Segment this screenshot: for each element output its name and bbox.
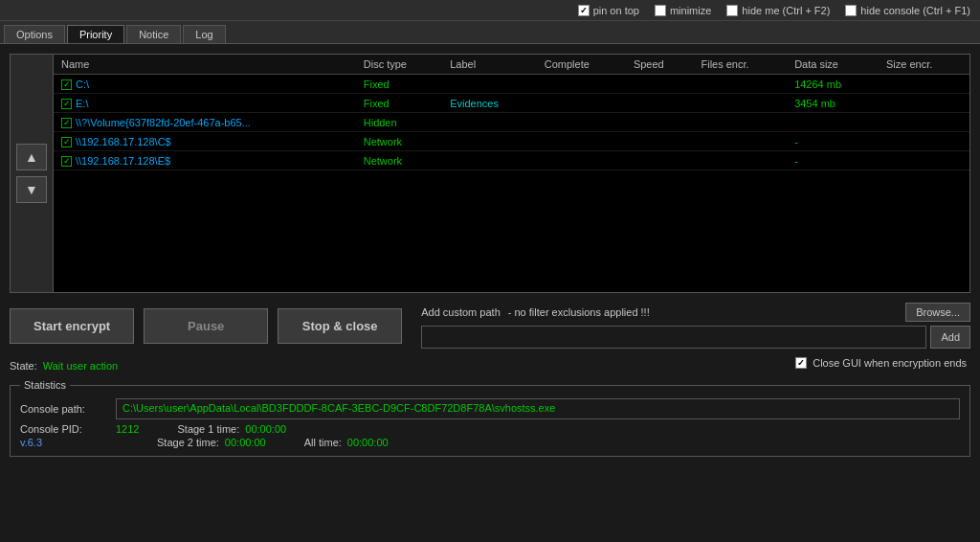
drive-speed [626, 132, 694, 151]
col-complete: Complete [537, 55, 626, 75]
close-gui-label: Close GUI when encryption ends [813, 357, 967, 369]
col-files-encr: Files encr. [693, 55, 787, 75]
custom-path-area: Add custom path - no filter exclusions a… [421, 303, 970, 349]
statistics-legend-label: Statistics [20, 379, 70, 391]
pin-on-top-checkbox[interactable] [578, 5, 590, 16]
move-down-button[interactable]: ▼ [16, 176, 47, 203]
col-size-encr: Size encr. [879, 55, 969, 75]
table-row: \\192.168.17.128\C$Network- [54, 132, 969, 151]
move-up-button[interactable]: ▲ [16, 144, 47, 170]
drive-name-cell: \\192.168.17.128\E$ [54, 151, 356, 170]
drive-checkbox[interactable] [61, 156, 72, 167]
tab-options[interactable]: Options [4, 25, 65, 43]
drive-size-encr [879, 151, 969, 170]
pause-button[interactable]: Pause [144, 308, 268, 344]
drive-size-encr [879, 113, 969, 132]
drive-files-encr [693, 94, 787, 113]
tab-bar: Options Priority Notice Log [0, 21, 980, 44]
minimize-label: minimize [670, 5, 711, 16]
drive-speed [626, 94, 694, 113]
minimize-checkbox[interactable] [655, 5, 666, 16]
browse-button[interactable]: Browse... [905, 303, 970, 322]
hide-me-checkbox[interactable] [726, 5, 738, 16]
stage2-time-item: Stage 2 time: 00:00:00 [157, 437, 266, 448]
col-disc-type: Disc type [356, 55, 442, 75]
tab-log[interactable]: Log [183, 25, 225, 43]
stage2-time-label: Stage 2 time: [157, 437, 219, 448]
state-label: State: [10, 360, 37, 372]
drive-name-cell: \\192.168.17.128\C$ [54, 132, 356, 151]
drive-name: \\192.168.17.128\E$ [76, 155, 170, 167]
drive-label [442, 113, 537, 132]
tab-priority[interactable]: Priority [67, 25, 124, 43]
drive-label [442, 75, 537, 94]
drive-checkbox[interactable] [61, 99, 72, 109]
drive-files-encr [693, 113, 787, 132]
drive-data-size: - [787, 132, 879, 151]
drive-disc-type: Fixed [356, 94, 442, 113]
version-and-times-row: v.6.3 Stage 2 time: 00:00:00 All time: 0… [20, 437, 960, 448]
drive-size-encr [879, 75, 969, 94]
console-path-value: C:\Users\user\AppData\Local\BD3FDDDF-8CA… [116, 398, 960, 419]
drive-disc-type: Hidden [356, 113, 442, 132]
tab-notice[interactable]: Notice [126, 25, 181, 43]
close-gui-checkbox[interactable] [795, 357, 807, 369]
console-pid-label: Console PID: [20, 423, 106, 435]
drive-files-encr [693, 132, 787, 151]
stage2-time-value: 00:00:00 [225, 437, 266, 448]
no-filter-warning: - no filter exclusions applied !!! [508, 306, 650, 318]
drive-checkbox[interactable] [61, 79, 72, 90]
drive-disc-type: Network [356, 132, 442, 151]
drive-complete [537, 75, 626, 94]
drive-data-size: 3454 mb [787, 94, 879, 113]
drive-checkbox[interactable] [61, 137, 72, 147]
drive-panel: ▲ ▼ Name Disc type Label Complete Speed … [10, 54, 970, 293]
drive-files-encr [693, 75, 787, 94]
drive-speed [626, 75, 694, 94]
col-label: Label [442, 55, 537, 75]
drive-name-cell: E:\ [54, 94, 356, 113]
pid-and-times-row: Console PID: 1212 Stage 1 time: 00:00:00 [20, 423, 960, 435]
close-gui-row: Close GUI when encryption ends [795, 357, 967, 369]
drive-complete [537, 132, 626, 151]
table-row: \\?\Volume{637f82fd-20ef-467a-b65...Hidd… [54, 113, 969, 132]
hide-me-label: hide me (Ctrl + F2) [742, 5, 830, 16]
custom-path-input[interactable] [421, 326, 926, 349]
all-time-item: All time: 00:00:00 [304, 437, 389, 448]
drive-size-encr [879, 132, 969, 151]
drive-label [442, 151, 537, 170]
arrow-column: ▲ ▼ [11, 55, 54, 292]
hide-console-label: hide console (Ctrl + F1) [860, 5, 970, 16]
stop-close-button[interactable]: Stop & close [278, 308, 402, 344]
state-row: State: Wait user action [10, 360, 118, 372]
stage1-time-value: 00:00:00 [245, 423, 286, 435]
console-path-row: Console path: C:\Users\user\AppData\Loca… [20, 398, 960, 419]
hide-console-checkbox[interactable] [845, 5, 857, 16]
drive-speed [626, 113, 694, 132]
drive-name: E:\ [76, 98, 88, 109]
drive-files-encr [693, 151, 787, 170]
drive-speed [626, 151, 694, 170]
hide-console-item: hide console (Ctrl + F1) [845, 5, 970, 16]
all-time-label: All time: [304, 437, 342, 448]
pin-on-top-item: pin on top [578, 5, 639, 16]
col-name: Name [54, 55, 356, 75]
minimize-item: minimize [655, 5, 711, 16]
drive-table: Name Disc type Label Complete Speed File… [54, 55, 969, 292]
table-row: \\192.168.17.128\E$Network- [54, 151, 969, 170]
add-button[interactable]: Add [930, 326, 970, 349]
custom-path-label: Add custom path [421, 306, 501, 318]
custom-path-header: Add custom path - no filter exclusions a… [421, 303, 970, 322]
start-encrypt-button[interactable]: Start encrypt [10, 308, 134, 344]
state-value: Wait user action [43, 360, 118, 372]
drive-name-cell: C:\ [54, 75, 356, 94]
drive-checkbox[interactable] [61, 118, 72, 128]
custom-path-input-row: Add [421, 326, 970, 349]
drive-label [442, 132, 537, 151]
console-pid-value: 1212 [116, 423, 139, 435]
drive-disc-type: Network [356, 151, 442, 170]
drive-name: \\?\Volume{637f82fd-20ef-467a-b65... [76, 117, 251, 128]
drive-data-size [787, 113, 879, 132]
table-row: E:\FixedEvidences3454 mb [54, 94, 969, 113]
top-bar: pin on top minimize hide me (Ctrl + F2) … [0, 0, 980, 21]
